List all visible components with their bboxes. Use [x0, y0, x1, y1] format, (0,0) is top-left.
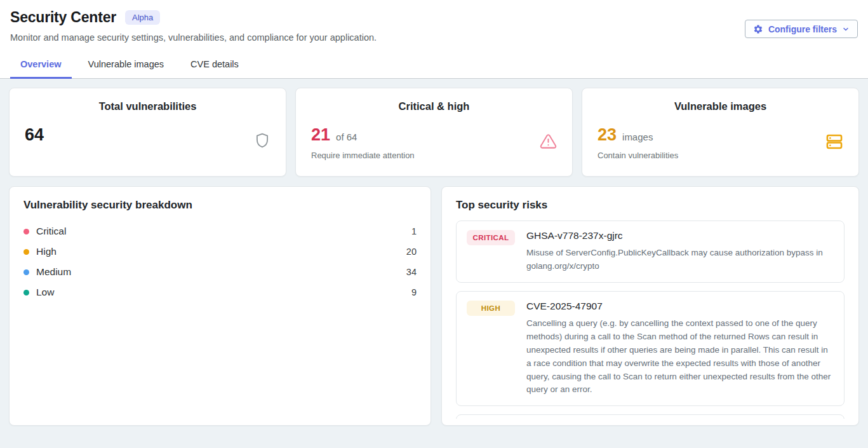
page-subtitle: Monitor and manage security settings, vu… [10, 32, 858, 43]
severity-badge-critical: CRITICAL [467, 230, 515, 245]
top-security-risks-panel: Top security risks CRITICAL GHSA-v778-23… [441, 186, 859, 426]
breakdown-label: Critical [36, 226, 66, 237]
total-vulnerabilities-value: 64 [25, 125, 44, 145]
breakdown-value: 9 [411, 287, 417, 297]
vulnerable-images-caption: Contain vulnerabilities [598, 151, 678, 160]
breakdown-value: 1 [411, 226, 417, 236]
lower-panels-row: Vulnerability security breakdown Critica… [9, 186, 859, 426]
configure-filters-label: Configure filters [768, 24, 837, 34]
risk-id: GHSA-v778-237x-gjrc [526, 230, 834, 241]
page-title: Security Center [10, 9, 116, 26]
critical-high-caption: Require immediate attention [311, 151, 415, 160]
main-content: Total vulnerabilities 64 Critical & high [0, 79, 868, 435]
risk-description: Misuse of ServerConfig.PublicKeyCallback… [526, 247, 834, 273]
breakdown-label: Medium [36, 266, 71, 278]
configure-filters-button[interactable]: Configure filters [745, 20, 858, 38]
vulnerable-images-suffix: images [622, 132, 653, 142]
breakdown-value: 20 [406, 247, 417, 257]
high-dot [23, 249, 29, 255]
risk-item-ghsa-v778-237x-gjrc[interactable]: CRITICAL GHSA-v778-237x-gjrc Misuse of S… [456, 221, 845, 283]
summary-cards-row: Total vulnerabilities 64 Critical & high [9, 88, 859, 177]
tab-bar: Overview Vulnerable images CVE details [10, 53, 858, 78]
severity-badge-high: HIGH [467, 301, 515, 316]
breakdown-label: Low [36, 287, 54, 298]
low-dot [23, 290, 29, 295]
card-critical-high: Critical & high 21 of 64 Require immedia… [295, 88, 573, 177]
breakdown-row-high: High 20 [23, 241, 417, 262]
risk-description: Cancelling a query (e.g. by cancelling t… [526, 317, 834, 397]
breakdown-label: High [36, 246, 57, 257]
server-stack-icon [825, 133, 843, 153]
medium-dot [23, 269, 29, 275]
critical-dot [23, 229, 29, 234]
card-vulnerable-images: Vulnerable images 23 images Contain vuln… [582, 88, 859, 177]
chevron-down-icon [842, 25, 850, 33]
card-total-vulnerabilities: Total vulnerabilities 64 [9, 88, 286, 177]
card-title: Total vulnerabilities [25, 100, 270, 112]
gear-icon [753, 24, 763, 34]
card-title: Critical & high [311, 100, 557, 112]
tab-overview[interactable]: Overview [10, 53, 72, 79]
critical-high-value: 21 [311, 125, 330, 145]
page-header: Security Center Alpha Configure filters … [0, 0, 868, 79]
vulnerability-breakdown-panel: Vulnerability security breakdown Critica… [9, 186, 431, 426]
alpha-badge: Alpha [125, 10, 160, 25]
card-title: Vulnerable images [598, 100, 843, 112]
risk-item-cve-2025-9086[interactable]: HIGH CVE-2025-9086 [456, 414, 845, 419]
risk-item-cve-2025-47907[interactable]: HIGH CVE-2025-47907 Cancelling a query (… [456, 291, 845, 407]
breakdown-row-medium: Medium 34 [23, 262, 417, 282]
shield-icon [254, 132, 270, 152]
critical-high-suffix: of 64 [336, 132, 357, 142]
risks-title: Top security risks [456, 199, 845, 212]
breakdown-row-low: Low 9 [23, 282, 417, 302]
breakdown-row-critical: Critical 1 [23, 221, 417, 241]
breakdown-title: Vulnerability security breakdown [23, 199, 417, 212]
tab-cve-details[interactable]: CVE details [180, 53, 249, 79]
vulnerable-images-value: 23 [598, 125, 617, 145]
warning-triangle-icon [540, 133, 557, 153]
risk-id: CVE-2025-47907 [526, 301, 834, 312]
tab-vulnerable-images[interactable]: Vulnerable images [78, 53, 175, 79]
breakdown-value: 34 [406, 267, 417, 277]
breakdown-list: Critical 1 High 20 Medium 34 [23, 221, 417, 302]
risk-list: CRITICAL GHSA-v778-237x-gjrc Misuse of S… [456, 221, 845, 419]
